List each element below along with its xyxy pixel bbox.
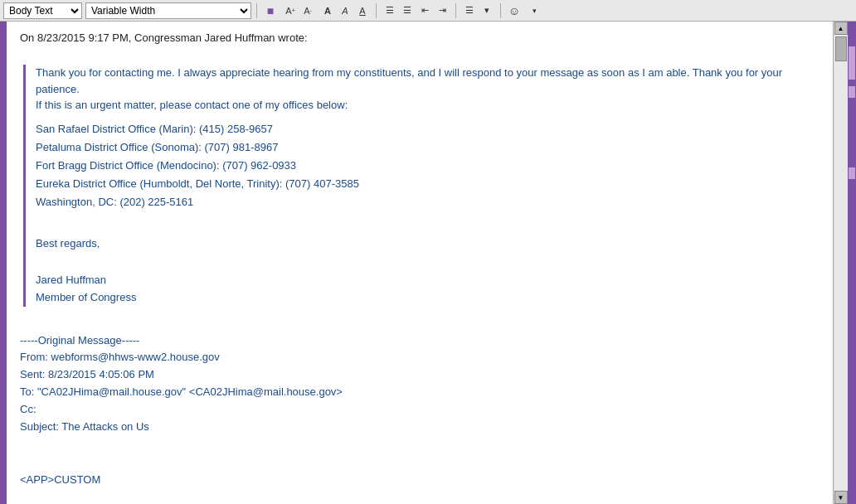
toolbar-separator-4 — [500, 3, 501, 18]
scroll-down-arrow[interactable]: ▼ — [834, 491, 848, 504]
office-list: San Rafael District Office (Marin): (415… — [36, 120, 820, 211]
original-sent: Sent: 8/23/2015 4:05:06 PM — [20, 366, 820, 384]
toolbar-icon-group-list: ☰ ☰ ⇤ ⇥ — [382, 2, 450, 19]
scroll-thumb[interactable] — [835, 36, 847, 61]
email-content[interactable]: On 8/23/2015 9:17 PM, Congressman Jared … — [7, 22, 833, 504]
emoji-dropdown-btn[interactable]: ▾ — [526, 2, 542, 19]
office-item-1: San Rafael District Office (Marin): (415… — [36, 120, 820, 138]
decrease-font-btn[interactable]: A- — [299, 2, 316, 19]
office-item-4: Eureka District Office (Humboldt, Del No… — [36, 175, 820, 193]
right-bar-element-2 — [849, 86, 855, 98]
unordered-list-btn[interactable]: ☰ — [382, 2, 398, 19]
toolbar-icon-group-align: ☰ ▾ — [461, 2, 495, 19]
right-accent-bar — [848, 22, 856, 504]
signature-name: Jared Huffman — [36, 272, 820, 289]
indent-less-btn[interactable]: ⇤ — [416, 2, 433, 19]
quoted-paragraph-2: If this is an urgent matter, please cont… — [36, 97, 820, 114]
ordered-list-btn[interactable]: ☰ — [399, 2, 416, 19]
italic-btn[interactable]: A — [337, 2, 353, 19]
office-item-3: Fort Bragg District Office (Mendocino): … — [36, 157, 820, 175]
variable-width-select[interactable]: Variable Width — [85, 2, 251, 19]
toolbar: Body Text Variable Width ■ A+ A- A A A ☰… — [0, 0, 856, 22]
align-btn[interactable]: ☰ — [461, 2, 478, 19]
main-area: On 8/23/2015 9:17 PM, Congressman Jared … — [0, 22, 856, 504]
original-cc: Cc: — [20, 401, 820, 419]
original-from: From: webforms@hhws-www2.house.gov — [20, 349, 820, 366]
toolbar-separator-2 — [376, 3, 377, 18]
increase-font-btn[interactable]: A+ — [282, 2, 299, 19]
body-text-select[interactable]: Body Text — [3, 2, 82, 19]
scrollbar[interactable]: ▲ ▼ — [833, 22, 848, 504]
office-item-2: Petaluma District Office (Sonoma): (707)… — [36, 138, 820, 157]
underline-btn[interactable]: A — [354, 2, 371, 19]
original-message-block: -----Original Message----- From: webform… — [20, 332, 820, 436]
toolbar-separator-3 — [455, 3, 456, 18]
regards-line: Best regards, — [36, 237, 820, 250]
email-intro: On 8/23/2015 9:17 PM, Congressman Jared … — [20, 32, 820, 44]
align-dropdown-btn[interactable]: ▾ — [479, 2, 495, 19]
office-item-5: Washington, DC: (202) 225-5161 — [36, 193, 820, 211]
toolbar-icon-group-font: A+ A- — [282, 2, 316, 19]
right-bar-element-3 — [849, 167, 855, 179]
signature: Jared Huffman Member of Congress — [36, 272, 820, 307]
indent-more-btn[interactable]: ⇥ — [434, 2, 450, 19]
quoted-block: Thank you for contacting me. I always ap… — [23, 65, 820, 307]
toolbar-icon-group-style: A A A — [319, 2, 371, 19]
app-custom-line: <APP>CUSTOM — [20, 473, 820, 486]
color-picker-btn[interactable]: ■ — [262, 2, 279, 19]
quoted-paragraph-1: Thank you for contacting me. I always ap… — [36, 65, 820, 97]
original-subject: Subject: The Attacks on Us — [20, 419, 820, 436]
original-to: To: "CA02JHima@mail.house.gov" <CA02JHim… — [20, 384, 820, 401]
scroll-track[interactable] — [834, 35, 848, 491]
right-bar-element-1 — [849, 46, 855, 80]
signature-title: Member of Congress — [36, 289, 820, 307]
bold-btn[interactable]: A — [319, 2, 336, 19]
original-divider: -----Original Message----- — [20, 332, 820, 350]
scroll-up-arrow[interactable]: ▲ — [834, 22, 848, 35]
toolbar-separator-1 — [256, 3, 257, 18]
emoji-btn[interactable]: ☺ — [506, 2, 523, 19]
toolbar-icon-group-color: ■ — [262, 2, 279, 19]
left-accent-bar — [0, 22, 7, 504]
